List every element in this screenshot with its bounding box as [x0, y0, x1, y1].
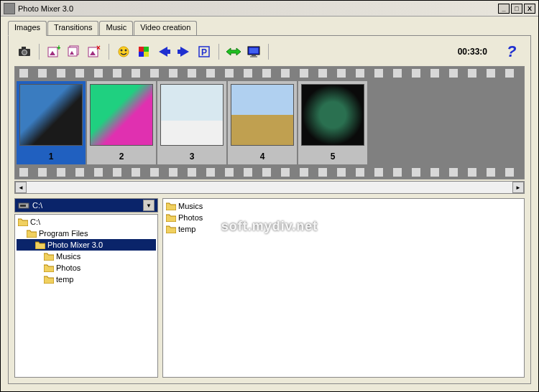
svg-rect-15	[139, 47, 144, 52]
folder-icon	[166, 225, 176, 233]
svg-rect-17	[139, 52, 144, 57]
folder-icon	[44, 263, 54, 272]
filmstrip-scrollbar[interactable]: ◄ ►	[14, 181, 525, 194]
effects-icon	[117, 45, 130, 58]
effects-button[interactable]	[114, 42, 134, 61]
properties-button[interactable]: P	[194, 42, 214, 61]
svg-marker-32	[27, 230, 37, 238]
svg-text:?: ?	[507, 44, 516, 60]
frame-3[interactable]: 3	[157, 81, 226, 164]
file-item-musics[interactable]: Musics	[165, 200, 522, 212]
filmstrip: 1 2 3 4 5	[14, 66, 525, 179]
thumbnail-3	[160, 84, 224, 146]
arrow-left-icon	[156, 45, 172, 58]
frame-2[interactable]: 2	[87, 81, 156, 164]
svg-marker-37	[166, 203, 176, 210]
svg-rect-2	[22, 47, 26, 49]
folder-icon	[166, 213, 176, 222]
drive-label: C:\	[32, 201, 42, 210]
thumbnail-4	[231, 84, 294, 146]
tree-item-musics[interactable]: Musics	[17, 251, 156, 262]
color-button[interactable]	[134, 42, 154, 61]
svg-marker-34	[44, 253, 54, 261]
monitor-button[interactable]	[244, 42, 264, 61]
svg-point-13	[121, 50, 123, 52]
scroll-right-button[interactable]: ►	[512, 182, 524, 193]
monitor-icon	[247, 45, 261, 58]
sprocket-bottom	[15, 166, 524, 179]
thumbnail-5	[301, 84, 364, 146]
tab-video-creation[interactable]: Video creation	[134, 21, 197, 35]
empty-frames	[369, 81, 522, 164]
folder-open-icon	[35, 241, 45, 249]
folder-icon	[166, 202, 176, 210]
camera-icon	[17, 46, 32, 57]
tree-item-c[interactable]: C:\	[17, 216, 156, 228]
thumbnail-2	[90, 84, 153, 146]
svg-point-14	[125, 50, 127, 52]
tab-music[interactable]: Music	[99, 21, 133, 35]
svg-marker-38	[166, 215, 176, 222]
tree-item-photos[interactable]: Photos	[17, 262, 156, 274]
prev-button[interactable]	[154, 42, 174, 61]
svg-marker-36	[44, 276, 54, 284]
frame-1[interactable]: 1	[17, 81, 86, 164]
time-display: 00:33:0	[458, 47, 487, 57]
tree-item-photo-mixer[interactable]: Photo Mixer 3.0	[17, 239, 156, 251]
folder-icon	[44, 275, 54, 284]
titlebar: Photo Mixer 3.0 _ □ X	[1, 1, 538, 17]
camera-button[interactable]	[14, 42, 34, 61]
dropdown-arrow-icon[interactable]: ▼	[143, 200, 155, 211]
color-icon	[137, 45, 150, 58]
file-item-photos[interactable]: Photos	[165, 212, 522, 223]
svg-marker-35	[44, 265, 54, 272]
remove-image-button[interactable]: ×	[84, 42, 104, 61]
tab-transitions[interactable]: Transitions	[47, 21, 98, 35]
folder-tree[interactable]: C:\ Program Files Photo Mixer 3.0 M	[14, 214, 158, 378]
svg-text:+: +	[57, 45, 60, 52]
add-image-icon: +	[47, 45, 60, 58]
file-list[interactable]: Musics Photos temp	[162, 198, 525, 378]
svg-point-12	[119, 47, 129, 57]
app-window: Photo Mixer 3.0 _ □ X Images Transitions…	[0, 0, 539, 392]
svg-rect-27	[250, 56, 257, 57]
drive-icon	[18, 201, 29, 210]
thumbnail-1	[19, 84, 83, 146]
folder-icon	[44, 252, 54, 261]
frame-row: 1 2 3 4 5	[15, 80, 524, 166]
svg-rect-26	[252, 55, 256, 56]
play-green-icon	[225, 46, 242, 57]
svg-rect-16	[144, 47, 149, 52]
remove-image-icon: ×	[88, 45, 101, 58]
minimize-button[interactable]: _	[498, 4, 510, 14]
svg-text:P: P	[201, 47, 207, 57]
svg-rect-25	[249, 48, 258, 53]
play-button[interactable]	[224, 42, 244, 61]
close-button[interactable]: X	[524, 4, 535, 14]
help-button[interactable]: ?	[502, 42, 522, 61]
add-image-button[interactable]: +	[44, 42, 64, 61]
maximize-button[interactable]: □	[511, 4, 522, 14]
tree-item-program-files[interactable]: Program Files	[17, 228, 156, 239]
toolbar: + ×	[14, 42, 525, 62]
next-button[interactable]	[174, 42, 194, 61]
scroll-left-button[interactable]: ◄	[15, 182, 27, 193]
drive-selector[interactable]: C:\ ▼	[14, 198, 158, 213]
svg-rect-18	[144, 52, 149, 57]
tab-panel: + ×	[8, 35, 531, 384]
svg-marker-19	[159, 47, 170, 57]
svg-marker-39	[166, 226, 176, 233]
frame-4[interactable]: 4	[228, 81, 297, 164]
tree-item-temp[interactable]: temp	[17, 274, 156, 285]
svg-rect-7	[68, 47, 77, 56]
multi-image-button[interactable]	[64, 42, 84, 61]
folder-open-icon	[27, 229, 37, 238]
svg-marker-23	[226, 48, 241, 55]
svg-marker-20	[178, 47, 189, 57]
app-icon	[4, 3, 15, 14]
frame-5[interactable]: 5	[298, 81, 367, 164]
arrow-right-icon	[176, 45, 192, 58]
file-item-temp[interactable]: temp	[165, 223, 522, 235]
tab-bar: Images Transitions Music Video creation	[8, 21, 531, 35]
tab-images[interactable]: Images	[8, 21, 47, 36]
